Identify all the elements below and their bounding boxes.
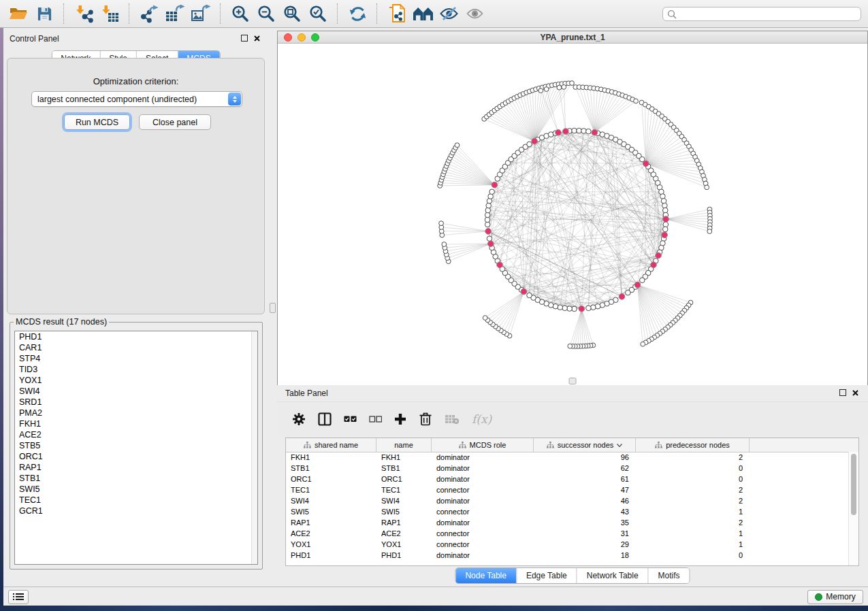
mcds-result-item[interactable]: FKH1: [15, 418, 257, 429]
export-table-icon: [165, 5, 185, 23]
mcds-result-item[interactable]: TEC1: [15, 495, 257, 506]
table-cell: 2: [636, 497, 750, 505]
table-row[interactable]: RAP1RAP1dominator352: [286, 517, 849, 528]
sort-chevron-icon: [617, 444, 622, 447]
save-session-button[interactable]: [33, 2, 55, 25]
maximize-window-icon[interactable]: [311, 33, 319, 42]
refresh-icon: [349, 5, 367, 23]
mcds-result-item[interactable]: CAR1: [15, 342, 257, 353]
mcds-result-item[interactable]: SRD1: [15, 397, 257, 408]
zoom-out-button[interactable]: [255, 2, 277, 25]
task-history-button[interactable]: [8, 590, 29, 604]
float-panel-icon[interactable]: [839, 389, 846, 396]
hide-selected-button[interactable]: [438, 2, 460, 25]
select-all-icon: [344, 416, 357, 423]
column-header-name[interactable]: name: [376, 438, 432, 452]
table-cell: dominator: [432, 551, 534, 559]
network-search-box[interactable]: [662, 7, 861, 21]
tab-edge-table[interactable]: Edge Table: [516, 568, 577, 583]
mcds-result-item[interactable]: STB5: [15, 440, 257, 451]
splitter-handle[interactable]: [270, 303, 276, 313]
table-cell: 0: [636, 464, 750, 472]
column-header-shared-name[interactable]: shared name: [286, 438, 376, 452]
import-network-button[interactable]: [73, 2, 95, 25]
new-network-from-selection-button[interactable]: [386, 2, 408, 25]
main-toolbar: [0, 0, 868, 28]
table-row[interactable]: SWI4SWI4dominator462: [286, 495, 849, 506]
zoom-fit-button[interactable]: [281, 2, 303, 25]
table-cell: TEC1: [376, 486, 432, 494]
open-session-button[interactable]: [7, 2, 29, 25]
import-table-button[interactable]: [99, 2, 120, 25]
show-column-pane-button[interactable]: [318, 410, 332, 428]
open-folder-icon: [9, 5, 28, 22]
mcds-result-item[interactable]: RAP1: [15, 462, 257, 473]
table-row[interactable]: ORC1ORC1dominator610: [286, 474, 849, 484]
table-row[interactable]: PHD1PHD1dominator180: [286, 550, 849, 561]
deselect-all-icon: [369, 416, 382, 423]
table-cell: connector: [432, 508, 534, 516]
close-window-icon[interactable]: [284, 33, 292, 42]
mcds-result-item[interactable]: SWI5: [15, 484, 257, 495]
mcds-result-item[interactable]: SWI4: [15, 386, 257, 397]
search-input[interactable]: [677, 9, 861, 20]
float-panel-icon[interactable]: [241, 35, 248, 42]
vertical-splitter[interactable]: [268, 28, 277, 587]
deselect-all-button[interactable]: [369, 410, 382, 428]
table-row[interactable]: TEC1TEC1connector472: [286, 484, 849, 495]
table-row[interactable]: SWI5SWI5connector431: [286, 506, 849, 517]
close-panel-icon[interactable]: [254, 35, 260, 42]
zoom-out-icon: [257, 5, 275, 22]
table-scrollbar-thumb[interactable]: [851, 454, 856, 515]
mcds-result-list[interactable]: PHD1CAR1STP4TID3YOX1SWI4SRD1PMA2FKH1ACE2…: [14, 331, 258, 565]
select-all-button[interactable]: [344, 410, 357, 428]
mcds-list-scrollbar[interactable]: [251, 331, 257, 564]
mcds-result-item[interactable]: ACE2: [15, 429, 257, 440]
close-panel-icon[interactable]: [852, 390, 858, 396]
mcds-result-item[interactable]: GCR1: [15, 506, 257, 516]
export-network-button[interactable]: [138, 2, 160, 25]
show-all-button[interactable]: [464, 2, 485, 25]
horizontal-splitter-handle[interactable]: [569, 378, 577, 384]
column-header-successor-nodes[interactable]: successor nodes: [534, 438, 636, 452]
minimize-window-icon[interactable]: [298, 33, 306, 42]
mcds-result-item[interactable]: STP4: [15, 353, 257, 364]
hierarchy-icon: [304, 442, 311, 448]
mcds-result-item[interactable]: PMA2: [15, 408, 257, 418]
optimization-criterion-label: Optimization criterion:: [7, 76, 264, 86]
table-row[interactable]: STB1STB1dominator620: [286, 463, 849, 474]
table-row[interactable]: ACE2ACE2connector311: [286, 528, 849, 539]
criterion-dropdown[interactable]: largest connected component (undirected): [31, 91, 242, 107]
mcds-result-item[interactable]: PHD1: [15, 331, 257, 342]
mcds-result-item[interactable]: STB1: [15, 473, 257, 484]
refresh-layout-button[interactable]: [347, 2, 368, 25]
network-graph[interactable]: [278, 44, 867, 385]
table-settings-button[interactable]: [292, 410, 306, 428]
table-cell: 1: [636, 540, 750, 548]
mcds-result-item[interactable]: YOX1: [15, 375, 257, 386]
mcds-result-item[interactable]: TID3: [15, 364, 257, 375]
delete-selected-button[interactable]: [419, 410, 432, 428]
add-column-button[interactable]: [394, 410, 406, 428]
table-scrollbar[interactable]: [848, 452, 858, 565]
zoom-in-button[interactable]: [229, 2, 251, 25]
column-header-mcds-role[interactable]: MCDS role: [432, 438, 534, 452]
tab-network-table[interactable]: Network Table: [577, 568, 648, 583]
tab-motifs[interactable]: Motifs: [648, 568, 690, 583]
table-cell: 18: [534, 551, 636, 559]
zoom-selected-button[interactable]: [307, 2, 329, 25]
export-table-button[interactable]: [164, 2, 186, 25]
close-panel-button[interactable]: Close panel: [139, 114, 211, 130]
node-table-body[interactable]: FKH1FKH1dominator962STB1STB1dominator620…: [286, 452, 849, 565]
network-canvas[interactable]: [278, 44, 867, 385]
first-neighbors-button[interactable]: [412, 2, 434, 25]
network-window-titlebar[interactable]: YPA_prune.txt_1: [278, 31, 867, 44]
mcds-result-item[interactable]: ORC1: [15, 451, 257, 462]
tab-node-table[interactable]: Node Table: [455, 568, 516, 583]
column-header-predecessor-nodes[interactable]: predecessor nodes: [636, 438, 750, 452]
run-mcds-button[interactable]: Run MCDS: [64, 114, 130, 130]
table-row[interactable]: YOX1YOX1connector291: [286, 539, 849, 550]
memory-button[interactable]: Memory: [807, 590, 863, 604]
table-row[interactable]: FKH1FKH1dominator962: [286, 452, 849, 463]
export-image-button[interactable]: [190, 2, 212, 25]
